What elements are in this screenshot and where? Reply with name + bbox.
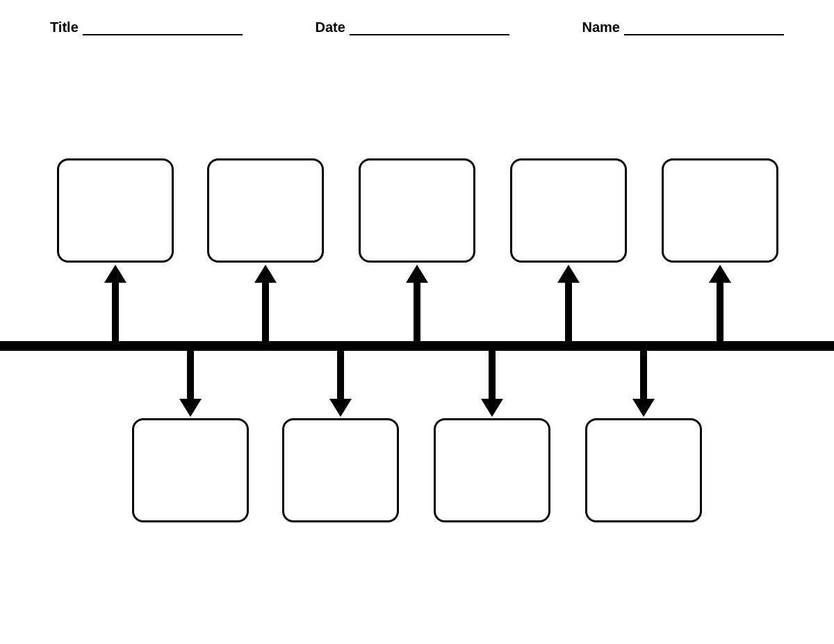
arrow-up-shaft — [717, 283, 723, 345]
arrow-up-icon — [406, 265, 428, 283]
name-label: Name — [582, 19, 620, 35]
arrow-up-shaft — [565, 283, 572, 345]
arrow-up-icon — [104, 265, 126, 283]
arrow-down-shaft — [640, 347, 647, 399]
arrow-down-icon — [481, 399, 503, 417]
arrow-up-icon — [254, 265, 277, 283]
timeline-event-box-bottom[interactable] — [585, 418, 702, 522]
date-blank-line[interactable] — [350, 34, 509, 35]
date-label: Date — [315, 19, 345, 35]
arrow-down-icon — [179, 399, 202, 417]
title-field[interactable]: Title — [50, 19, 243, 35]
arrow-down-icon — [632, 399, 655, 417]
name-field[interactable]: Name — [582, 19, 784, 35]
arrow-up-icon — [557, 265, 580, 283]
name-blank-line[interactable] — [624, 34, 784, 35]
arrow-up-shaft — [414, 283, 420, 345]
arrow-up-shaft — [112, 283, 119, 345]
arrow-down-shaft — [489, 347, 496, 399]
arrow-down-shaft — [187, 347, 194, 399]
timeline-event-box-top[interactable] — [662, 158, 778, 263]
arrow-down-shaft — [337, 347, 344, 399]
worksheet-header: Title Date Name — [50, 19, 784, 35]
arrow-up-icon — [709, 265, 731, 283]
timeline-event-box-top[interactable] — [207, 158, 324, 263]
timeline-event-box-top[interactable] — [510, 158, 627, 263]
arrow-up-shaft — [262, 283, 269, 345]
timeline-event-box-bottom[interactable] — [282, 418, 399, 522]
title-blank-line[interactable] — [83, 34, 243, 35]
title-label: Title — [50, 19, 79, 35]
arrow-down-icon — [329, 399, 352, 417]
date-field[interactable]: Date — [315, 19, 509, 35]
timeline-event-box-bottom[interactable] — [434, 418, 550, 522]
timeline-event-box-top[interactable] — [57, 158, 174, 263]
timeline-event-box-top[interactable] — [359, 158, 475, 263]
timeline-event-box-bottom[interactable] — [132, 418, 249, 522]
